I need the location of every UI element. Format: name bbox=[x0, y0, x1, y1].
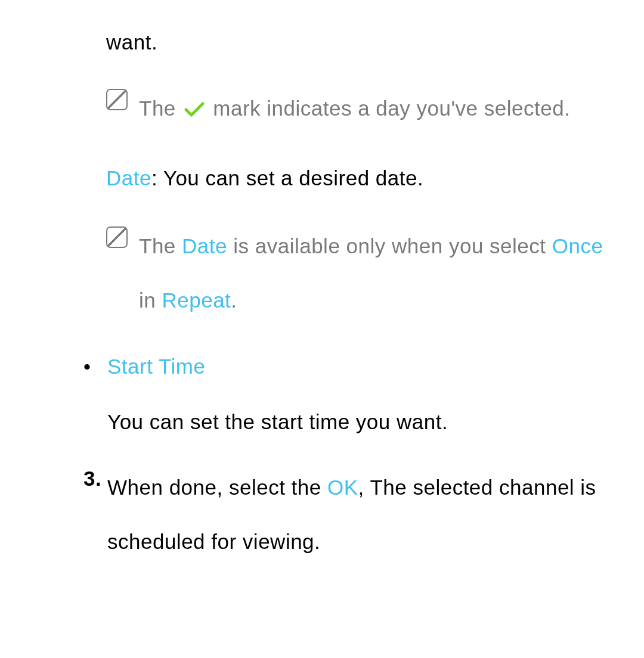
note1-before: The bbox=[139, 97, 182, 120]
date-label: Date bbox=[106, 166, 151, 190]
note2-t7: . bbox=[231, 288, 237, 312]
note-icon bbox=[106, 226, 128, 248]
note-text: The mark indicates a day you've selected… bbox=[139, 81, 614, 137]
note-icon-col bbox=[106, 219, 139, 327]
note1-after: mark indicates a day you've selected. bbox=[213, 97, 570, 120]
note2-repeat: Repeat bbox=[162, 288, 231, 312]
note-text: The Date is available only when you sele… bbox=[139, 219, 614, 327]
date-rest: : You can set a desired date. bbox=[151, 166, 423, 190]
fragment-text: want. bbox=[106, 24, 614, 60]
step3-ok: OK bbox=[327, 476, 358, 499]
note2-t3: is available only when you select bbox=[227, 234, 552, 257]
bullet-mark: • bbox=[83, 348, 107, 442]
note-date-availability: The Date is available only when you sele… bbox=[106, 219, 614, 327]
bullet-start-time: • Start Time You can set the start time … bbox=[83, 348, 614, 442]
note2-t5: in bbox=[139, 288, 162, 312]
note-selected-day: The mark indicates a day you've selected… bbox=[106, 81, 614, 137]
bullet-body: Start Time You can set the start time yo… bbox=[107, 348, 614, 442]
note2-t1: The bbox=[139, 234, 182, 257]
check-icon bbox=[184, 83, 205, 138]
step-3: 3. When done, select the OK, The selecte… bbox=[83, 460, 614, 569]
note-icon bbox=[106, 89, 128, 110]
step-3-body: When done, select the OK, The selected c… bbox=[107, 460, 614, 569]
date-para: Date: You can set a desired date. bbox=[106, 159, 614, 198]
step-3-number: 3. bbox=[83, 460, 107, 569]
start-time-heading: Start Time bbox=[107, 348, 614, 384]
note2-once: Once bbox=[552, 234, 603, 257]
step3-t1: When done, select the bbox=[107, 476, 327, 499]
start-time-desc: You can set the start time you want. bbox=[107, 402, 614, 442]
note-icon-col bbox=[106, 81, 139, 137]
note2-date: Date bbox=[182, 234, 227, 257]
